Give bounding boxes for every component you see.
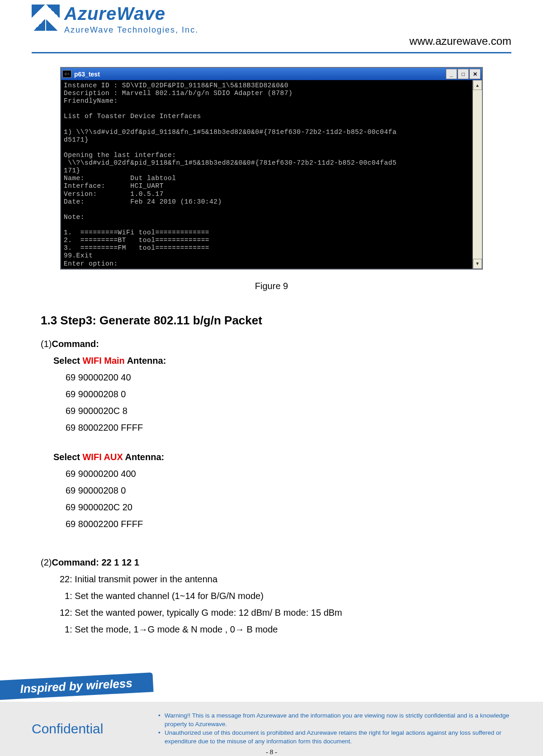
main-cmd-line: 69 90000208 0: [41, 386, 502, 403]
select-main-antenna: Select WIFI Main Antenna:: [41, 352, 502, 369]
aux-cmd-line: 69 80002200 FFFF: [41, 516, 502, 533]
page-number: - 8 -: [0, 748, 543, 756]
page-footer: Inspired by wireless Confidential •Warni…: [0, 677, 543, 756]
select-aux-antenna: Select WIFI AUX Antenna:: [41, 449, 502, 466]
main-cmd-line: 69 9000020C 8: [41, 403, 502, 419]
logo-icon: [32, 5, 60, 31]
warning-1: Warning!! This is a message from Azurewa…: [165, 712, 520, 729]
scroll-up-icon[interactable]: ▲: [473, 80, 482, 90]
warning-2: Unauthorized use of this document is pro…: [165, 729, 520, 746]
confidential-label: Confidential: [0, 721, 158, 737]
cmd2-desc: 22: Initial transmit power in the antenn…: [41, 571, 502, 588]
section-heading: 1.3 Step3: Generate 802.11 b/g/n Packet: [41, 309, 502, 331]
cmd2-desc: 12: Set the wanted power, typically G mo…: [41, 604, 502, 621]
cmd2-desc: 1: Set the mode, 1→G mode & N mode , 0→ …: [41, 621, 502, 638]
document-body: 1.3 Step3: Generate 802.11 b/g/n Packet …: [41, 309, 502, 638]
main-cmd-line: 69 80002200 FFFF: [41, 419, 502, 436]
maximize-button[interactable]: □: [458, 69, 469, 79]
cmd-icon: C:\: [62, 70, 71, 78]
console-window: C:\ p63_test _ □ ✕ Instance ID : SD\VID_…: [60, 67, 483, 270]
scroll-down-icon[interactable]: ▼: [473, 259, 482, 269]
command-2-label: (2)Command: 22 1 12 1: [41, 554, 502, 571]
header-url: www.azurewave.com: [410, 35, 511, 48]
minimize-button[interactable]: _: [446, 69, 457, 79]
aux-cmd-line: 69 90000208 0: [41, 482, 502, 499]
footer-warnings: •Warning!! This is a message from Azurew…: [158, 712, 543, 746]
tagline: Inspired by wireless: [0, 672, 154, 700]
window-title-bar: C:\ p63_test _ □ ✕: [61, 68, 482, 80]
logo: AzureWave AzureWave Technologies, Inc.: [32, 5, 198, 35]
aux-cmd-line: 69 90000200 400: [41, 466, 502, 482]
aux-cmd-line: 69 9000020C 20: [41, 499, 502, 516]
logo-subtitle: AzureWave Technologies, Inc.: [64, 25, 198, 35]
main-cmd-line: 69 90000200 40: [41, 369, 502, 386]
close-button[interactable]: ✕: [469, 69, 481, 79]
page-header: AzureWave AzureWave Technologies, Inc. w…: [32, 0, 511, 53]
window-title: p63_test: [74, 71, 100, 78]
figure-caption: Figure 9: [0, 281, 543, 291]
command-1-label: (1)Command:: [41, 336, 502, 352]
console-output: Instance ID : SD\VID_02DF&PID_9118&FN_1\…: [61, 80, 472, 269]
scrollbar[interactable]: ▲ ▼: [472, 80, 482, 269]
logo-title: AzureWave: [64, 5, 198, 23]
cmd2-desc: 1: Set the wanted channel (1~14 for B/G/…: [41, 588, 502, 604]
